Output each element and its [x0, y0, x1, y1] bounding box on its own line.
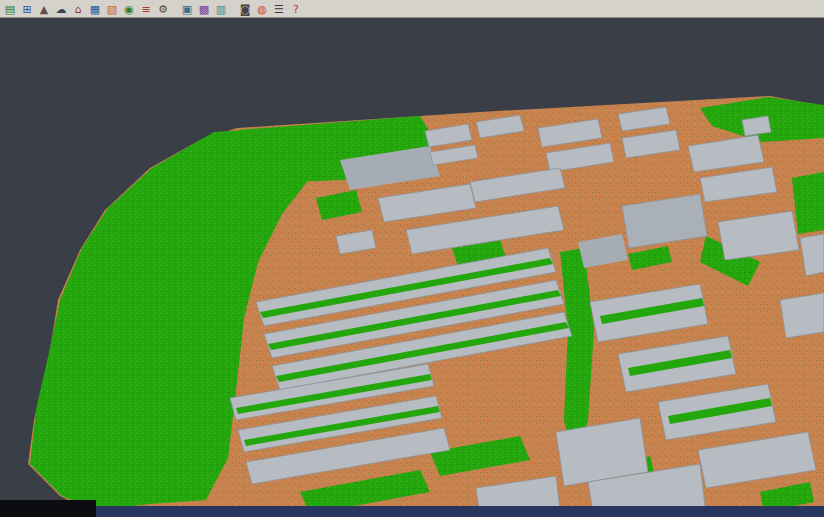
building-roof	[780, 293, 824, 338]
scene-root	[0, 96, 824, 517]
pointcloud-icon[interactable]: ☁	[53, 1, 69, 16]
settings-icon[interactable]: ⚙	[155, 1, 171, 16]
layers-icon[interactable]: ▤	[2, 1, 18, 16]
texture-icon[interactable]: ▧	[104, 1, 120, 16]
add-layer-icon[interactable]: ⊞	[19, 1, 35, 16]
3d-viewport[interactable]	[0, 0, 824, 517]
measure-icon[interactable]: ≡	[138, 1, 154, 16]
building-roof	[742, 116, 771, 136]
help-icon[interactable]: ?	[288, 1, 304, 16]
buildings-icon[interactable]: ⌂	[70, 1, 86, 16]
bottom-strip	[96, 506, 824, 517]
grid-icon[interactable]: ▦	[87, 1, 103, 16]
bottom-strip	[0, 500, 96, 517]
classify-icon[interactable]: ▩	[196, 1, 212, 16]
globe-icon[interactable]: ◉	[121, 1, 137, 16]
toolbar: ▤⊞▲☁⌂▦▧◉≡⚙▣▩▥◙◍☰?	[0, 0, 824, 18]
application-window: ▤⊞▲☁⌂▦▧◉≡⚙▣▩▥◙◍☰?	[0, 0, 824, 517]
toolbar-icons: ▤⊞▲☁⌂▦▧◉≡⚙▣▩▥◙◍☰?	[2, 1, 304, 16]
render-icon[interactable]: ◍	[254, 1, 270, 16]
menu-icon[interactable]: ☰	[271, 1, 287, 16]
select-icon[interactable]: ▣	[179, 1, 195, 16]
profile-icon[interactable]: ▥	[213, 1, 229, 16]
snapshot-icon[interactable]: ◙	[237, 1, 253, 16]
terrain-icon[interactable]: ▲	[36, 1, 52, 16]
